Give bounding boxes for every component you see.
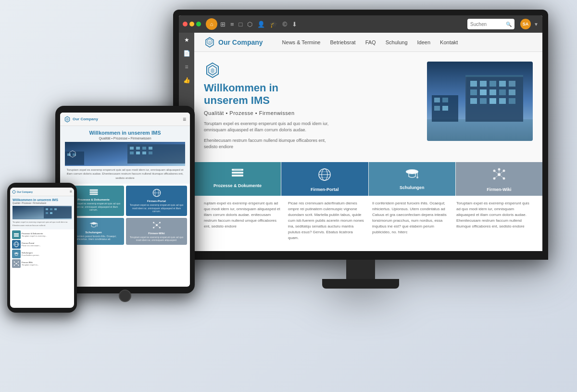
phone-menu-icon[interactable]: ≡ — [70, 190, 72, 194]
hero-title: Willkommen in unserem IMS — [204, 82, 417, 107]
tablet-nav: Our Company ≡ — [60, 113, 190, 126]
site-logo: Our Company — [204, 37, 263, 48]
phone-card-row-1: Prozesse & Dokumente Toruptam expel es e… — [12, 230, 72, 239]
tablet-hero-image: ⬡ — [65, 142, 185, 166]
svg-rect-7 — [427, 119, 533, 141]
browser-dots — [183, 22, 201, 26]
tablet-hero: Willkommen in unserem IMS Qualität • Pro… — [60, 126, 190, 184]
nav-item-news[interactable]: News & Termine — [282, 39, 321, 45]
download-icon[interactable]: ⬇ — [292, 21, 297, 28]
phone-card-schulung-icon[interactable] — [12, 250, 21, 258]
grid-icon[interactable]: ⊞ — [220, 21, 226, 28]
card-prozesse[interactable]: Prozesse & Dokumente — [194, 162, 281, 196]
svg-rect-33 — [232, 175, 243, 177]
avatar-button[interactable]: SA — [520, 19, 531, 29]
nav-item-schulung[interactable]: Schulung — [386, 39, 408, 45]
svg-line-81 — [153, 223, 156, 225]
card-schulungen[interactable]: Schulungen — [369, 162, 456, 196]
hex-icon[interactable]: ⬡ — [247, 21, 252, 28]
monitor-stand-neck — [346, 260, 375, 279]
svg-rect-59 — [136, 147, 140, 150]
nav-item-faq[interactable]: FAQ — [365, 39, 376, 45]
dot-green[interactable] — [196, 22, 201, 26]
svg-rect-23 — [509, 98, 515, 104]
svg-rect-94 — [14, 235, 19, 236]
card-firmen-wiki[interactable]: Firmen-Wiki — [456, 162, 542, 196]
browser-nav-icons: ⊞ ≡ □ ⬡ 👤 🎓 © ⬇ — [220, 21, 297, 28]
hero-subtitle: Qualität • Prozesse • Firmenwissen — [204, 110, 417, 116]
svg-rect-65 — [149, 152, 152, 154]
tablet-card-portal[interactable]: Firmen-Portal Toruptam expel es exeremp … — [126, 186, 187, 216]
phone-card-portal-icon[interactable] — [12, 240, 21, 249]
tablet-card-portal-icon — [152, 189, 161, 199]
sidebar-thumb-icon[interactable]: 👍 — [183, 77, 190, 84]
card-schulung-icon — [405, 168, 419, 182]
card-wiki-title: Firmen-Wiki — [487, 187, 511, 192]
sidebar-star-icon[interactable]: ★ — [184, 37, 189, 43]
user-icon[interactable]: 👤 — [257, 21, 265, 28]
svg-rect-64 — [142, 152, 146, 154]
svg-rect-14 — [470, 89, 477, 95]
tablet-building-svg — [65, 142, 185, 166]
tablet-card-wiki-text: Toruptam expel es exeremp ersperunt quis… — [128, 236, 185, 242]
dot-red[interactable] — [183, 22, 188, 26]
svg-line-104 — [14, 262, 16, 264]
cards-text-col-4: Toruptam expel es exeremp ersperunt quis… — [456, 201, 533, 241]
monitor-stand-base — [322, 279, 399, 289]
phone: Our Company ≡ Willkommen in unserem IMS … — [7, 183, 77, 313]
tablet-card-schulung-title: Schulungen — [85, 231, 101, 234]
sidebar-list-icon[interactable]: ≡ — [185, 63, 188, 70]
svg-line-82 — [157, 223, 160, 225]
list-icon[interactable]: ≡ — [230, 21, 234, 28]
card-schulung-title: Schulungen — [400, 185, 425, 190]
nav-item-kontakt[interactable]: Kontakt — [440, 39, 458, 45]
monitor-screen: ⌂ ⊞ ≡ □ ⬡ 👤 🎓 © ⬇ 🔍 SA ▼ — [179, 15, 542, 251]
phone-card-row-4: Firmen-Wiki Toruptam expel es... — [12, 259, 72, 268]
grad-icon[interactable]: 🎓 — [270, 21, 277, 28]
phone-card-wiki-icon[interactable] — [12, 259, 21, 268]
card-prozesse-title: Prozesse & Dokumente — [213, 183, 262, 188]
phone-logo: Our Company — [12, 190, 33, 194]
phone-frame: Our Company ≡ Willkommen in unserem IMS … — [7, 183, 77, 313]
browser-toolbar: ⌂ ⊞ ≡ □ ⬡ 👤 🎓 © ⬇ 🔍 SA ▼ — [179, 15, 542, 33]
phone-card-schulung-text: Schulungen Il conferidem perest... — [22, 252, 40, 256]
monitor-frame: ⌂ ⊞ ≡ □ ⬡ 👤 🎓 © ⬇ 🔍 SA ▼ — [173, 10, 548, 260]
tablet-card-prozesse-icon — [89, 189, 99, 197]
tablet-logo: Our Company — [64, 116, 98, 123]
card-prozesse-icon — [231, 168, 244, 180]
phone-hero-title: Willkommen in unserem IMS — [13, 198, 72, 202]
svg-rect-32 — [232, 172, 243, 174]
svg-rect-13 — [509, 81, 515, 87]
search-icon: 🔍 — [506, 22, 512, 27]
nav-item-ideen[interactable]: Ideen — [417, 39, 431, 45]
doc-icon[interactable]: □ — [239, 21, 243, 28]
tablet-home-button[interactable] — [119, 290, 131, 302]
nav-item-betriebsrat[interactable]: Betriebsrat — [330, 39, 355, 45]
card-wiki-icon — [492, 168, 506, 184]
svg-rect-58 — [130, 147, 134, 150]
svg-line-106 — [14, 264, 16, 265]
svg-rect-61 — [149, 147, 152, 150]
phone-card-prozesse-icon[interactable] — [12, 230, 21, 239]
phone-nav: Our Company ≡ — [10, 188, 74, 196]
cards-text-section: ruptam expel es exeremp ersperunt quis a… — [194, 196, 542, 246]
site-navigation: Our Company News & Termine Betriebsrat F… — [194, 33, 542, 52]
sidebar-doc-icon[interactable]: 📄 — [183, 50, 190, 57]
dot-yellow[interactable] — [189, 22, 194, 26]
phone-card-row-3: Schulungen Il conferidem perest... — [12, 250, 72, 258]
home-nav-icon[interactable]: ⌂ — [206, 18, 217, 30]
logo-hex-icon — [204, 37, 215, 48]
tablet-menu-icon[interactable]: ≡ — [183, 116, 186, 123]
tablet-card-portal-text: Toruptam expel es exeremp ersperunt quis… — [128, 203, 185, 213]
tablet-card-wiki[interactable]: Firmen-Wiki Toruptam expel es exeremp er… — [126, 218, 187, 245]
copy-icon[interactable]: © — [282, 21, 287, 28]
svg-line-83 — [153, 225, 156, 228]
svg-rect-60 — [142, 147, 146, 150]
svg-rect-92 — [50, 212, 52, 214]
phone-hero-subtitle: Qualität • Prozesse • Firmenwissen — [13, 202, 72, 204]
browser-search[interactable]: 🔍 — [467, 19, 514, 29]
tablet-screen: Our Company ≡ Willkommen in unserem IMS … — [60, 113, 190, 287]
card-firmen-portal[interactable]: Firmen-Portal — [281, 162, 368, 196]
search-input[interactable] — [470, 22, 504, 27]
svg-rect-93 — [14, 233, 19, 234]
